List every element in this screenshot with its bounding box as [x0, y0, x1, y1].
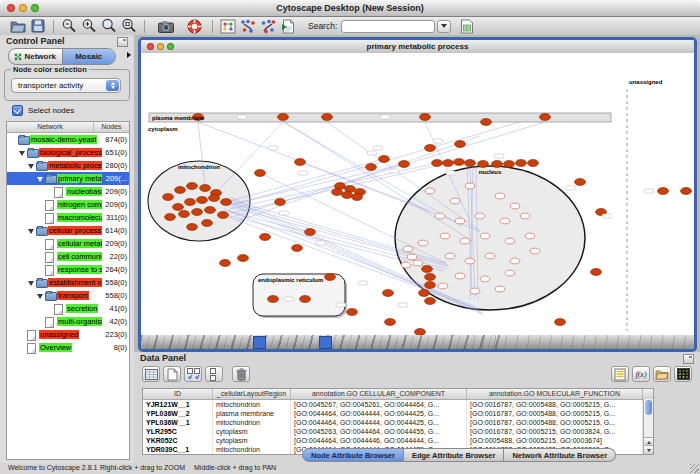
- graph-node[interactable]: [175, 187, 186, 194]
- graph-node-unselected[interactable]: [401, 262, 411, 268]
- graph-node[interactable]: [163, 194, 174, 201]
- tree-row[interactable]: nitrogen compo209(0): [7, 198, 129, 211]
- tab-network-attribute-browser[interactable]: Network Attribute Browser: [504, 448, 616, 462]
- graph-node[interactable]: [478, 161, 489, 168]
- graph-node[interactable]: [385, 319, 396, 326]
- graph-node[interactable]: [187, 224, 198, 231]
- graph-node[interactable]: [492, 161, 503, 168]
- graph-node[interactable]: [422, 266, 433, 273]
- tree-row[interactable]: Overview8(0): [7, 341, 129, 354]
- graph-node-unselected[interactable]: [413, 260, 423, 266]
- column-header[interactable]: ID: [143, 389, 213, 399]
- tree-row[interactable]: macromolecule311(0): [7, 211, 129, 224]
- graph-node[interactable]: [591, 269, 602, 276]
- select-first-neighbors-button[interactable]: [238, 18, 258, 34]
- graph-node[interactable]: [425, 274, 436, 281]
- tree-row[interactable]: mosaic-demo-yeast874(0): [7, 133, 129, 146]
- graph-node[interactable]: [465, 160, 476, 167]
- graph-node[interactable]: [292, 245, 303, 252]
- graph-node-unselected[interactable]: [425, 188, 435, 194]
- zoom-selected-button[interactable]: [119, 18, 139, 34]
- tree-column-network[interactable]: Network: [7, 122, 94, 132]
- node-color-dropdown[interactable]: transporter activity: [11, 78, 121, 93]
- attribute-notes-button[interactable]: [611, 366, 629, 382]
- table-row[interactable]: YKR052Ccytoplasm[GO:0044464, GO:0044446,…: [143, 436, 653, 445]
- disclosure-triangle-icon[interactable]: [19, 151, 25, 156]
- select-nodes-checkbox[interactable]: [12, 105, 23, 116]
- graph-node-unselected[interactable]: [438, 283, 448, 289]
- graph-node[interactable]: [383, 290, 394, 297]
- graph-node-unselected[interactable]: [470, 288, 480, 294]
- graph-node[interactable]: [352, 194, 363, 201]
- graph-node[interactable]: [305, 229, 316, 236]
- graph-node[interactable]: [202, 220, 213, 227]
- graph-node[interactable]: [425, 298, 436, 305]
- table-scrollbar[interactable]: [643, 399, 653, 454]
- graph-node[interactable]: [185, 199, 196, 206]
- graph-node[interactable]: [347, 309, 358, 316]
- graph-node-unselected[interactable]: [480, 233, 490, 239]
- column-header[interactable]: _cellularLayoutRegion: [213, 389, 291, 399]
- graph-node[interactable]: [504, 161, 515, 168]
- graph-node[interactable]: [425, 282, 436, 289]
- graph-node[interactable]: [454, 159, 465, 166]
- tree-row[interactable]: secretion41(0): [7, 302, 129, 315]
- graph-node-unselected[interactable]: [495, 193, 505, 199]
- zoom-out-button[interactable]: [59, 18, 79, 34]
- graph-node[interactable]: [528, 160, 539, 167]
- graph-node[interactable]: [555, 319, 566, 326]
- graph-node-unselected[interactable]: [505, 238, 515, 244]
- graph-node[interactable]: [260, 234, 271, 241]
- graph-node[interactable]: [420, 114, 431, 121]
- graph-edge[interactable]: [228, 164, 404, 205]
- expand-network-button[interactable]: [258, 18, 278, 34]
- graph-node-unselected[interactable]: [403, 246, 413, 252]
- graph-node-unselected[interactable]: [435, 213, 445, 219]
- tree-row[interactable]: cell communicat22(0): [7, 250, 129, 263]
- graph-node[interactable]: [173, 204, 184, 211]
- search-options-button[interactable]: [437, 20, 451, 33]
- graph-node-unselected[interactable]: [440, 233, 450, 239]
- disclosure-triangle-icon[interactable]: [37, 294, 43, 299]
- graph-node[interactable]: [379, 156, 390, 163]
- graph-node[interactable]: [366, 164, 377, 171]
- select-all-attributes-button[interactable]: [184, 366, 202, 382]
- graph-node-unselected[interactable]: [510, 258, 520, 264]
- graph-node[interactable]: [192, 209, 203, 216]
- column-header[interactable]: annotation.GO CELLULAR_COMPONENT: [291, 389, 467, 399]
- tree-column-nodes[interactable]: Nodes: [94, 122, 129, 132]
- network-canvas[interactable]: plasma membranecytoplasmmitochondrionnuc…: [141, 53, 694, 335]
- graph-node[interactable]: [325, 274, 336, 281]
- tree-row[interactable]: cellular process614(0): [7, 224, 129, 237]
- new-attribute-button[interactable]: [163, 366, 181, 382]
- graph-node[interactable]: [238, 255, 249, 262]
- disclosure-triangle-icon[interactable]: [37, 177, 43, 182]
- graph-node[interactable]: [332, 189, 343, 196]
- graph-node-unselected[interactable]: [455, 218, 465, 224]
- graph-node-unselected[interactable]: [505, 270, 515, 276]
- graph-node[interactable]: [278, 114, 289, 121]
- graph-node[interactable]: [455, 141, 466, 148]
- float-panel-icon[interactable]: [117, 37, 128, 47]
- graph-node[interactable]: [209, 195, 220, 202]
- tab-edge-attribute-browser[interactable]: Edge Attribute Browser: [404, 448, 504, 462]
- graph-node-unselected[interactable]: [520, 213, 530, 219]
- graph-node[interactable]: [275, 199, 286, 206]
- tree-row[interactable]: establishment of lo558(0): [7, 276, 129, 289]
- float-panel-icon[interactable]: [683, 354, 694, 364]
- table-row[interactable]: YPL036W__1mitochondrion[GO:0044464, GO:0…: [143, 418, 653, 427]
- tree-row[interactable]: transport558(0): [7, 289, 129, 302]
- minimize-view-icon[interactable]: [157, 43, 164, 50]
- save-session-button[interactable]: [28, 18, 48, 34]
- help-button[interactable]: [184, 18, 204, 34]
- import-attributes-button[interactable]: [457, 18, 477, 34]
- graph-node[interactable]: [681, 188, 692, 195]
- search-input[interactable]: [341, 20, 435, 33]
- graph-node[interactable]: [165, 214, 176, 221]
- graph-node[interactable]: [425, 145, 436, 152]
- graph-node[interactable]: [221, 199, 232, 206]
- disclosure-triangle-icon[interactable]: [28, 164, 34, 169]
- import-attribute-file-button[interactable]: [653, 366, 671, 382]
- graph-node-unselected[interactable]: [495, 286, 505, 292]
- tree-row[interactable]: biological_process651(0): [7, 146, 129, 159]
